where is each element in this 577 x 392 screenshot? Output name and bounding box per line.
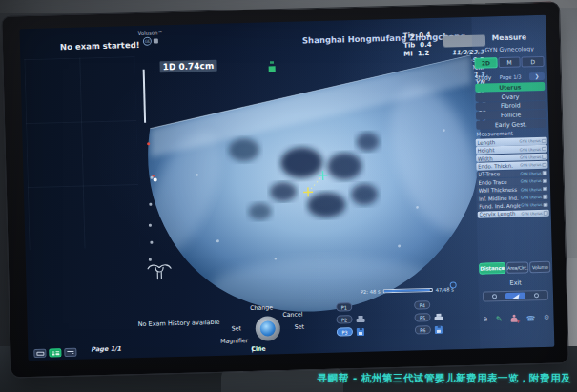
panel-title: Measure [472,32,546,43]
row-checkbox[interactable] [543,202,547,207]
measurement-row[interactable]: Cervix Length GYN Uterus [478,209,549,218]
pencil-icon[interactable]: ✎ [496,315,503,323]
list-view-icon[interactable] [64,348,76,357]
study-item[interactable]: Uterus [475,82,545,93]
phone-icon[interactable]: ☎ [526,314,536,322]
row-checkbox[interactable] [542,138,546,143]
row-checkbox[interactable] [542,147,546,152]
pointer-mode-tabbar [483,290,548,302]
pointer-option-right[interactable] [526,292,546,299]
hospital-name: Shanghai Hongmufang Zhongcheng [302,31,466,45]
exit-button[interactable]: Exit [479,279,553,288]
trackball-set-left-label: Set [232,324,241,331]
measurement-section-label: Measurement [476,131,513,137]
measurement-result-label: 1D 0.74cm [159,60,216,73]
parameter-grid [24,56,139,250]
page-indicator: Page 1/1 [91,345,121,354]
voluson-logo: Voluson™ GE [138,30,164,46]
row-checkbox[interactable] [542,155,546,159]
tool-button[interactable]: Distance [479,262,505,275]
tgc-dot[interactable] [150,241,153,244]
pkey-p3[interactable]: P3 [337,327,353,336]
caliper-value: 0.74cm [178,61,214,72]
brand-name: Voluson™ [138,30,163,36]
orientation-marker-icon [268,61,275,72]
mode-tab[interactable]: M [498,56,521,68]
study-item[interactable]: Ovary [475,92,545,102]
pkey-p1[interactable]: P1 [336,302,352,311]
row-checkbox[interactable] [543,178,547,183]
watermark-text: 寻嗣帮 - 杭州第三代试管婴儿新费用表一览，附费用及 [318,372,571,385]
layout-view-icons [33,348,76,358]
monitor-photo: No exam started! Voluson™ GE Shanghai Ho… [0,0,577,392]
single-view-icon[interactable] [33,349,46,358]
cursor-icon [512,293,519,299]
circle-icon [534,293,539,298]
tgc-dot[interactable] [149,203,152,206]
row-checkbox[interactable] [542,163,546,168]
trackball-hint: Change Cancel Set Set Magnifier Calc | C… [217,303,323,356]
tool-button[interactable]: Volume [529,261,550,274]
measurement-row[interactable]: Fund. Ind. Angle GYN Uterus [477,201,548,211]
pkey-p6[interactable]: P6 [415,325,431,334]
trackball-change-label: Change [250,303,273,311]
quad-view-icon[interactable] [49,348,61,357]
printer-icon [356,316,364,322]
body-marker-uterus-icon [146,260,174,282]
row-checkbox[interactable] [543,171,547,175]
tool-buttons: DistanceArea/Circ.Volume [479,261,550,275]
measurement-rows: Length GYN Uterus Height GYN Uterus Widt… [476,137,549,218]
utility-icons: a ✎ + ☎ ⚙ [479,312,553,325]
pkey-p2[interactable]: P2 [336,315,352,323]
ultrasound-screen: No exam started! Voluson™ GE Shanghai Ho… [19,15,554,361]
study-next-page-button[interactable]: ❯ [529,72,545,79]
measure-panel: Measure GYN Gynecology 2DMD Study Page 1… [471,15,554,349]
ge-logo-icon: GE [143,37,152,46]
row-checkbox[interactable] [544,211,548,216]
mode-tabs: 2DMD [474,56,544,69]
save-icon [357,328,364,336]
pointer-option-cursor[interactable] [505,292,525,299]
pkey-p5[interactable]: P5 [414,313,430,321]
add-patient-icon[interactable]: + [510,314,518,322]
row-checkbox[interactable] [543,195,547,199]
tgc-active-dot[interactable] [154,178,157,182]
chevron-right-icon: ❯ [535,72,540,78]
tgc-dot[interactable] [149,224,152,227]
pointer-option-left[interactable] [484,293,505,300]
save-icon [435,326,443,334]
gear-icon[interactable]: ⚙ [544,314,549,321]
circle-icon [492,294,497,299]
panel-category: GYN Gynecology [472,45,546,53]
trackball-set-right-label: Set [295,323,304,330]
study-list: UterusOvaryFibroidFollicleEarly Gest. [475,82,546,130]
cine-progress-bar [383,288,433,293]
pkey-cluster: P2: 48 s 47/48 s P1 P2 P3 P4 P5 P6 [326,282,464,345]
tool-button[interactable]: Area/Circ. [506,261,529,274]
text-annotation-icon[interactable]: a [484,315,488,322]
exam-status-text: No exam started! [60,40,140,52]
brand-mark-icon [154,38,158,43]
trackball-magnifier-label: Magnifier [220,337,248,344]
cine-progress-label: P2: 48 s [361,288,381,295]
trackball-icon [255,316,280,341]
row-checkbox[interactable] [543,187,547,192]
mode-tab[interactable]: D [522,56,545,68]
study-page: Page 1/3 [491,73,529,80]
monitor-bezel: No exam started! Voluson™ GE Shanghai Ho… [1,1,569,378]
study-item[interactable]: Early Gest. [476,119,546,130]
study-label: Study [475,73,492,80]
mode-tab[interactable]: 2D [474,57,497,69]
trackball-cancel-label: Cancel [282,311,302,319]
plus-badge: + [516,320,521,324]
printer-icon [434,314,443,320]
caliper-index: 1D [162,62,175,72]
pkey-p4[interactable]: P4 [414,300,430,309]
